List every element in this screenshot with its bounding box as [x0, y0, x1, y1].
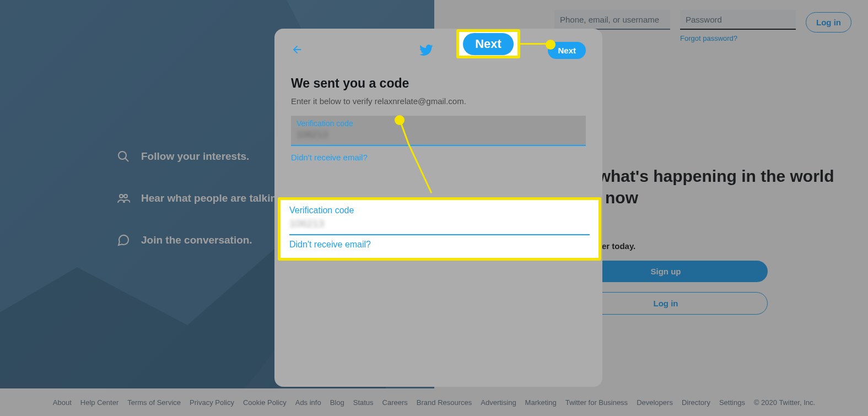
- annotation-input-value: 106213: [289, 218, 590, 230]
- modal-title: We sent you a code: [291, 76, 586, 91]
- resend-email-link[interactable]: Didn't receive email?: [291, 153, 368, 162]
- input-value: 106213: [296, 129, 580, 141]
- verification-code-input[interactable]: Verification code 106213: [291, 116, 586, 146]
- annotation-resend-link: Didn't receive email?: [289, 240, 590, 250]
- back-arrow-icon[interactable]: [291, 44, 304, 57]
- twitter-bird-icon: [419, 43, 433, 57]
- annotation-next-button: Next: [463, 33, 514, 55]
- modal-header: Next: [291, 36, 586, 64]
- annotation-dot: [546, 40, 556, 50]
- annotation-dot: [395, 115, 405, 125]
- annotation-line: [520, 43, 548, 45]
- input-label: Verification code: [296, 119, 580, 128]
- annotation-input-callout: Verification code 106213 Didn't receive …: [278, 197, 601, 261]
- annotation-input-label: Verification code: [289, 206, 590, 215]
- annotation-next-callout: Next: [456, 29, 520, 58]
- modal-subtitle: Enter it below to verify relaxnrelate@gm…: [291, 96, 586, 106]
